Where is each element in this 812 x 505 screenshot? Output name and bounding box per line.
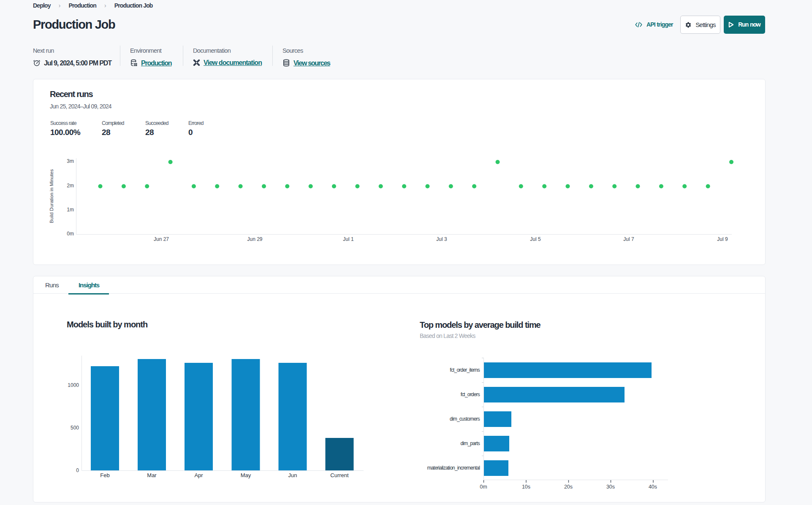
- svg-text:2m: 2m: [67, 183, 74, 189]
- svg-text:500: 500: [71, 425, 79, 431]
- svg-text:Jun 29: Jun 29: [247, 236, 262, 242]
- svg-text:Jul 3: Jul 3: [436, 236, 447, 242]
- svg-text:Jul 9: Jul 9: [717, 236, 728, 242]
- svg-text:40s: 40s: [649, 484, 657, 490]
- svg-text:10s: 10s: [522, 484, 530, 490]
- svg-text:Jun: Jun: [288, 472, 297, 478]
- svg-text:Current: Current: [330, 472, 349, 478]
- svg-text:Build Duration in Minutes: Build Duration in Minutes: [49, 169, 54, 223]
- svg-text:dim_parts: dim_parts: [461, 440, 480, 446]
- svg-text:0m: 0m: [480, 484, 487, 490]
- svg-text:May: May: [241, 472, 251, 478]
- svg-text:3m: 3m: [67, 158, 74, 164]
- svg-text:Jun 27: Jun 27: [154, 236, 169, 242]
- svg-text:30s: 30s: [606, 484, 615, 490]
- svg-text:20s: 20s: [564, 484, 573, 490]
- svg-text:1000: 1000: [68, 382, 79, 388]
- svg-text:Jul 1: Jul 1: [343, 236, 354, 242]
- svg-text:0m: 0m: [67, 231, 74, 237]
- svg-text:Apr: Apr: [194, 472, 203, 478]
- svg-text:0: 0: [76, 467, 79, 473]
- svg-text:fct_orders: fct_orders: [461, 392, 480, 397]
- svg-text:Jul 5: Jul 5: [530, 236, 541, 242]
- svg-text:materialization_incremental: materialization_incremental: [427, 465, 480, 471]
- svg-text:Feb: Feb: [100, 472, 109, 478]
- svg-text:fct_order_items: fct_order_items: [450, 367, 480, 373]
- svg-text:dim_customers: dim_customers: [450, 416, 480, 422]
- svg-text:Jul 7: Jul 7: [623, 236, 634, 242]
- svg-text:1m: 1m: [67, 207, 74, 213]
- svg-text:Mar: Mar: [147, 472, 157, 478]
